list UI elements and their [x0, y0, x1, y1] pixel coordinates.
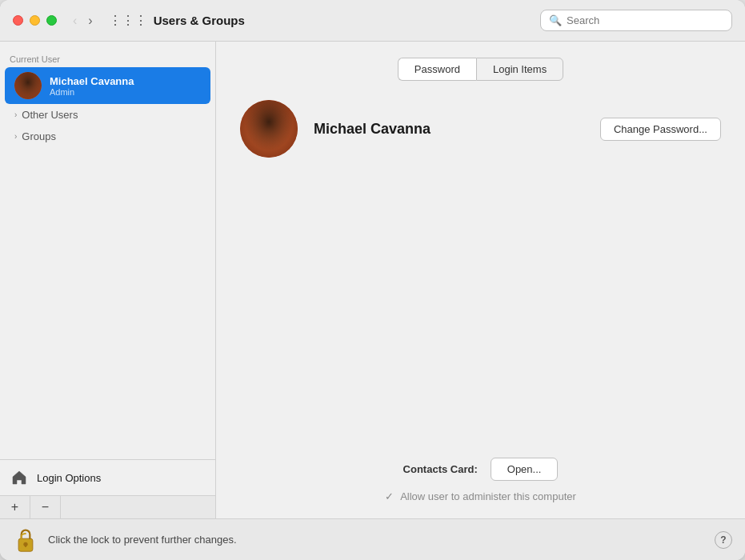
house-icon — [10, 468, 29, 487]
close-button[interactable] — [13, 15, 23, 26]
login-options-label: Login Options — [37, 472, 101, 484]
sidebar: Current User Michael Cavanna Admin › Oth… — [0, 42, 216, 518]
login-options-button[interactable]: Login Options — [0, 460, 215, 495]
sidebar-bottom: Login Options + − — [0, 459, 215, 518]
user-name-display: Michael Cavanna — [314, 121, 584, 138]
avatar — [14, 72, 42, 99]
chevron-right-icon: › — [14, 132, 17, 141]
minimize-button[interactable] — [30, 15, 40, 26]
lock-text: Click the lock to prevent further change… — [48, 534, 705, 546]
search-bar: 🔍 — [540, 10, 732, 31]
item-info: Michael Cavanna Admin — [50, 75, 134, 97]
help-button[interactable]: ? — [715, 531, 732, 549]
forward-button[interactable]: › — [85, 12, 95, 30]
item-name: Michael Cavanna — [50, 75, 134, 87]
lock-button[interactable] — [13, 527, 38, 553]
main-panel: Password Login Items Michael Cavanna Cha… — [216, 42, 745, 518]
search-icon: 🔍 — [549, 14, 562, 26]
chevron-right-icon: › — [14, 110, 17, 119]
sidebar-item-current-user[interactable]: Michael Cavanna Admin — [5, 67, 210, 104]
tab-login-items[interactable]: Login Items — [476, 58, 563, 81]
sidebar-item-groups[interactable]: › Groups — [5, 126, 210, 147]
svg-rect-2 — [25, 544, 26, 547]
open-button[interactable]: Open... — [491, 458, 559, 481]
window-title: Users & Groups — [154, 14, 245, 27]
admin-checkbox-label: Allow user to administer this computer — [400, 490, 576, 502]
item-role: Admin — [50, 87, 134, 97]
maximize-button[interactable] — [46, 15, 57, 26]
user-section: Michael Cavanna Change Password... — [240, 100, 721, 158]
spacer — [240, 182, 721, 458]
avatar-image — [14, 72, 42, 99]
content-area: Current User Michael Cavanna Admin › Oth… — [0, 42, 745, 518]
sidebar-toolbar: + − — [0, 495, 215, 518]
tab-bar: Password Login Items — [240, 58, 721, 81]
contacts-row: Contacts Card: Open... — [240, 458, 721, 481]
admin-checkbox-row: ✓ Allow user to administer this computer — [240, 490, 721, 502]
tab-password[interactable]: Password — [398, 58, 476, 81]
change-password-button[interactable]: Change Password... — [600, 118, 721, 141]
grid-icon[interactable]: ⋮⋮⋮ — [109, 13, 147, 28]
window: ‹ › ⋮⋮⋮ Users & Groups 🔍 Current User Mi… — [0, 0, 745, 560]
titlebar: ‹ › ⋮⋮⋮ Users & Groups 🔍 — [0, 0, 745, 42]
sidebar-list: Current User Michael Cavanna Admin › Oth… — [0, 42, 215, 459]
nav-buttons: ‹ › — [70, 12, 96, 30]
sidebar-item-label: Other Users — [22, 109, 78, 121]
sidebar-section-label: Current User — [0, 48, 215, 67]
traffic-lights — [13, 15, 57, 26]
checkmark-icon: ✓ — [385, 490, 394, 502]
add-user-button[interactable]: + — [0, 496, 30, 518]
contacts-card-label: Contacts Card: — [403, 463, 478, 475]
back-button[interactable]: ‹ — [70, 12, 80, 30]
remove-user-button[interactable]: − — [30, 496, 61, 518]
sidebar-item-label: Groups — [22, 130, 56, 142]
avatar-image-large — [240, 100, 298, 158]
search-input[interactable] — [567, 14, 723, 26]
bottom-bar: Click the lock to prevent further change… — [0, 518, 745, 560]
user-avatar-large — [240, 100, 298, 158]
lock-icon — [14, 527, 37, 553]
sidebar-item-other-users[interactable]: › Other Users — [5, 104, 210, 126]
